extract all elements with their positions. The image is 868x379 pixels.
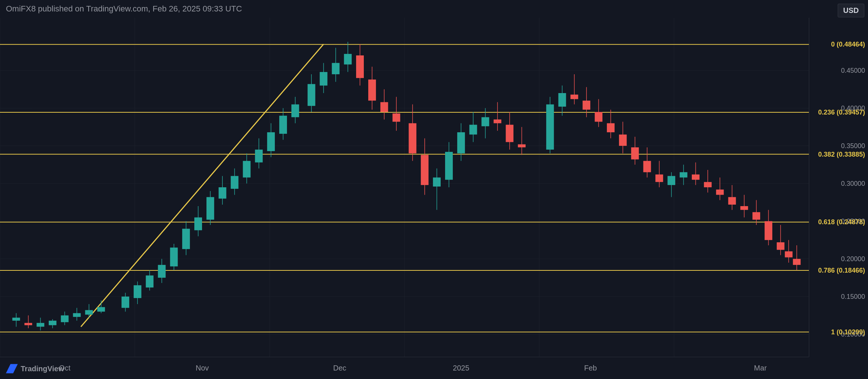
chart-container: OmiFX8 published on TradingView.com, Feb… xyxy=(0,0,868,379)
x-axis-label: Mar xyxy=(754,364,766,372)
header-bar: OmiFX8 published on TradingView.com, Feb… xyxy=(0,0,868,18)
y-axis-label: 0.30000 xyxy=(841,180,865,187)
y-axis-label: 0.45000 xyxy=(841,66,865,74)
y-axis-label: 0.20000 xyxy=(841,255,865,263)
fib-level-label: 1 (0.10299) xyxy=(831,328,865,336)
header-text: OmiFX8 published on TradingView.com, Feb… xyxy=(6,4,242,14)
x-axis-label: Dec xyxy=(333,364,346,372)
chart-area xyxy=(0,18,809,357)
fib-level-label: 0.618 (0.24878) xyxy=(818,218,865,226)
fib-level-label: 0.382 (0.33885) xyxy=(818,150,865,158)
x-axis: OctNovDec2025FebMar xyxy=(0,357,809,379)
fib-level-label: 0.236 (0.39457) xyxy=(818,108,865,116)
y-axis-label: 0.15000 xyxy=(841,293,865,300)
fib-level-label: 0.786 (0.18466) xyxy=(818,267,865,274)
tradingview-logo-icon xyxy=(6,363,18,375)
x-axis-label: Nov xyxy=(196,364,209,372)
y-axis-label: 0.35000 xyxy=(841,142,865,150)
tradingview-logo: TradingView xyxy=(6,363,64,375)
tradingview-logo-text: TradingView xyxy=(21,365,64,373)
main-chart-canvas xyxy=(0,18,809,357)
fib-level-label: 0 (0.48464) xyxy=(831,41,865,48)
x-axis-label: 2025 xyxy=(453,364,469,372)
x-axis-label: Feb xyxy=(584,364,597,372)
y-axis: 0.450000.400000.350000.300000.250000.200… xyxy=(809,18,868,357)
